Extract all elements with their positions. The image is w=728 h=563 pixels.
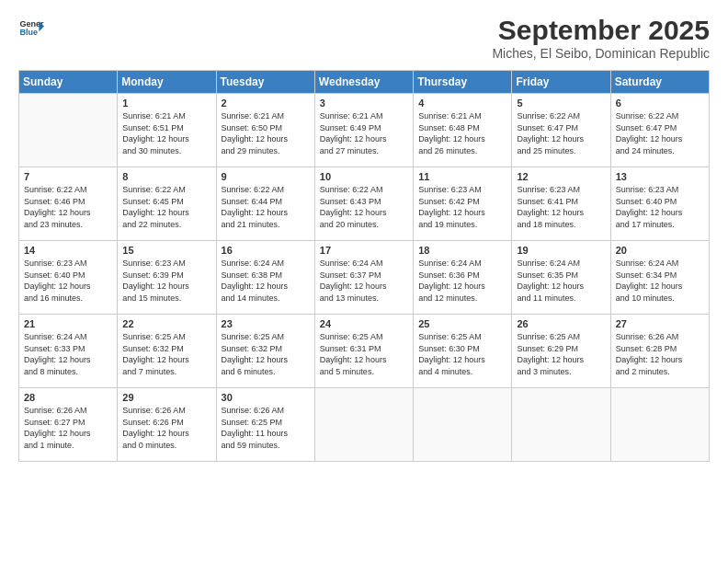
day-info: Sunrise: 6:26 AM Sunset: 6:26 PM Dayligh… (122, 405, 210, 451)
calendar-day-cell: 18Sunrise: 6:24 AM Sunset: 6:36 PM Dayli… (414, 241, 512, 315)
calendar-day-cell: 7Sunrise: 6:22 AM Sunset: 6:46 PM Daylig… (19, 167, 118, 241)
calendar-header-row: SundayMondayTuesdayWednesdayThursdayFrid… (19, 71, 710, 94)
day-info: Sunrise: 6:22 AM Sunset: 6:43 PM Dayligh… (320, 184, 408, 230)
day-info: Sunrise: 6:23 AM Sunset: 6:40 PM Dayligh… (616, 184, 704, 230)
day-number: 9 (222, 171, 310, 182)
day-number: 5 (517, 98, 605, 109)
day-info: Sunrise: 6:24 AM Sunset: 6:35 PM Dayligh… (517, 258, 605, 304)
calendar-day-cell: 30Sunrise: 6:26 AM Sunset: 6:25 PM Dayli… (216, 388, 314, 462)
calendar-day-cell: 25Sunrise: 6:25 AM Sunset: 6:30 PM Dayli… (414, 315, 512, 388)
calendar-day-cell: 19Sunrise: 6:24 AM Sunset: 6:35 PM Dayli… (512, 241, 610, 315)
day-number: 28 (24, 392, 112, 403)
day-info: Sunrise: 6:21 AM Sunset: 6:48 PM Dayligh… (418, 110, 506, 156)
calendar-day-header: Monday (118, 71, 216, 94)
title-area: September 2025 Miches, El Seibo, Dominic… (492, 15, 710, 61)
day-info: Sunrise: 6:26 AM Sunset: 6:27 PM Dayligh… (24, 405, 112, 451)
calendar-day-header: Sunday (19, 71, 118, 94)
calendar-day-cell: 11Sunrise: 6:23 AM Sunset: 6:42 PM Dayli… (414, 167, 512, 241)
day-number: 17 (320, 245, 408, 256)
calendar-day-cell: 5Sunrise: 6:22 AM Sunset: 6:47 PM Daylig… (512, 94, 610, 167)
calendar-week-row: 7Sunrise: 6:22 AM Sunset: 6:46 PM Daylig… (19, 167, 710, 241)
calendar-day-cell: 26Sunrise: 6:25 AM Sunset: 6:29 PM Dayli… (512, 315, 610, 388)
calendar-week-row: 21Sunrise: 6:24 AM Sunset: 6:33 PM Dayli… (19, 315, 710, 388)
day-number: 6 (616, 98, 704, 109)
day-number: 2 (222, 98, 310, 109)
day-number: 16 (222, 245, 310, 256)
day-info: Sunrise: 6:21 AM Sunset: 6:49 PM Dayligh… (320, 110, 408, 156)
calendar-day-cell: 9Sunrise: 6:22 AM Sunset: 6:44 PM Daylig… (216, 167, 314, 241)
day-info: Sunrise: 6:24 AM Sunset: 6:37 PM Dayligh… (320, 258, 408, 304)
month-title: September 2025 (492, 15, 710, 46)
calendar-day-cell: 17Sunrise: 6:24 AM Sunset: 6:37 PM Dayli… (314, 241, 413, 315)
day-info: Sunrise: 6:25 AM Sunset: 6:32 PM Dayligh… (122, 331, 210, 377)
day-info: Sunrise: 6:23 AM Sunset: 6:40 PM Dayligh… (24, 258, 112, 304)
day-info: Sunrise: 6:22 AM Sunset: 6:46 PM Dayligh… (24, 184, 112, 230)
day-info: Sunrise: 6:23 AM Sunset: 6:42 PM Dayligh… (418, 184, 506, 230)
day-number: 12 (517, 171, 605, 182)
calendar-day-header: Wednesday (314, 71, 413, 94)
logo: General Blue (18, 15, 44, 40)
calendar-day-cell: 29Sunrise: 6:26 AM Sunset: 6:26 PM Dayli… (118, 388, 216, 462)
day-number: 15 (122, 245, 210, 256)
day-info: Sunrise: 6:25 AM Sunset: 6:31 PM Dayligh… (320, 331, 408, 377)
calendar-day-cell: 22Sunrise: 6:25 AM Sunset: 6:32 PM Dayli… (118, 315, 216, 388)
day-number: 19 (517, 245, 605, 256)
calendar-day-cell (19, 94, 118, 167)
calendar-day-cell: 1Sunrise: 6:21 AM Sunset: 6:51 PM Daylig… (118, 94, 216, 167)
calendar-week-row: 28Sunrise: 6:26 AM Sunset: 6:27 PM Dayli… (19, 388, 710, 462)
day-info: Sunrise: 6:24 AM Sunset: 6:33 PM Dayligh… (24, 331, 112, 377)
day-number: 30 (222, 392, 310, 403)
calendar-week-row: 1Sunrise: 6:21 AM Sunset: 6:51 PM Daylig… (19, 94, 710, 167)
calendar-day-cell: 6Sunrise: 6:22 AM Sunset: 6:47 PM Daylig… (610, 94, 709, 167)
day-number: 10 (320, 171, 408, 182)
calendar-day-cell: 15Sunrise: 6:23 AM Sunset: 6:39 PM Dayli… (118, 241, 216, 315)
day-number: 3 (320, 98, 408, 109)
day-number: 7 (24, 171, 112, 182)
day-number: 18 (418, 245, 506, 256)
calendar-week-row: 14Sunrise: 6:23 AM Sunset: 6:40 PM Dayli… (19, 241, 710, 315)
calendar-day-cell: 12Sunrise: 6:23 AM Sunset: 6:41 PM Dayli… (512, 167, 610, 241)
calendar-day-cell: 4Sunrise: 6:21 AM Sunset: 6:48 PM Daylig… (414, 94, 512, 167)
day-number: 21 (24, 318, 112, 329)
location-subtitle: Miches, El Seibo, Dominican Republic (492, 46, 710, 61)
day-info: Sunrise: 6:22 AM Sunset: 6:44 PM Dayligh… (222, 184, 310, 230)
day-number: 23 (222, 318, 310, 329)
day-number: 11 (418, 171, 506, 182)
day-info: Sunrise: 6:21 AM Sunset: 6:51 PM Dayligh… (122, 110, 210, 156)
day-info: Sunrise: 6:25 AM Sunset: 6:29 PM Dayligh… (517, 331, 605, 377)
calendar-day-cell: 14Sunrise: 6:23 AM Sunset: 6:40 PM Dayli… (19, 241, 118, 315)
calendar-day-cell: 13Sunrise: 6:23 AM Sunset: 6:40 PM Dayli… (610, 167, 709, 241)
calendar-day-cell: 23Sunrise: 6:25 AM Sunset: 6:32 PM Dayli… (216, 315, 314, 388)
day-info: Sunrise: 6:24 AM Sunset: 6:36 PM Dayligh… (418, 258, 506, 304)
calendar-day-cell: 8Sunrise: 6:22 AM Sunset: 6:45 PM Daylig… (118, 167, 216, 241)
calendar-day-cell (512, 388, 610, 462)
day-info: Sunrise: 6:25 AM Sunset: 6:30 PM Dayligh… (418, 331, 506, 377)
day-number: 13 (616, 171, 704, 182)
day-info: Sunrise: 6:21 AM Sunset: 6:50 PM Dayligh… (222, 110, 310, 156)
day-number: 20 (616, 245, 704, 256)
day-info: Sunrise: 6:23 AM Sunset: 6:41 PM Dayligh… (517, 184, 605, 230)
day-number: 14 (24, 245, 112, 256)
calendar-body: 1Sunrise: 6:21 AM Sunset: 6:51 PM Daylig… (19, 94, 710, 462)
day-info: Sunrise: 6:22 AM Sunset: 6:45 PM Dayligh… (122, 184, 210, 230)
calendar-day-cell: 20Sunrise: 6:24 AM Sunset: 6:34 PM Dayli… (610, 241, 709, 315)
day-number: 29 (122, 392, 210, 403)
day-number: 26 (517, 318, 605, 329)
day-number: 24 (320, 318, 408, 329)
calendar-day-header: Tuesday (216, 71, 314, 94)
calendar-day-cell: 27Sunrise: 6:26 AM Sunset: 6:28 PM Dayli… (610, 315, 709, 388)
day-number: 27 (616, 318, 704, 329)
day-info: Sunrise: 6:22 AM Sunset: 6:47 PM Dayligh… (616, 110, 704, 156)
calendar-day-cell: 21Sunrise: 6:24 AM Sunset: 6:33 PM Dayli… (19, 315, 118, 388)
day-info: Sunrise: 6:23 AM Sunset: 6:39 PM Dayligh… (122, 258, 210, 304)
calendar-day-cell (414, 388, 512, 462)
calendar-day-cell: 10Sunrise: 6:22 AM Sunset: 6:43 PM Dayli… (314, 167, 413, 241)
day-info: Sunrise: 6:26 AM Sunset: 6:25 PM Dayligh… (222, 405, 310, 451)
day-info: Sunrise: 6:26 AM Sunset: 6:28 PM Dayligh… (616, 331, 704, 377)
day-number: 25 (418, 318, 506, 329)
calendar-day-cell: 2Sunrise: 6:21 AM Sunset: 6:50 PM Daylig… (216, 94, 314, 167)
day-info: Sunrise: 6:24 AM Sunset: 6:38 PM Dayligh… (222, 258, 310, 304)
calendar-day-header: Friday (512, 71, 610, 94)
calendar-day-cell: 28Sunrise: 6:26 AM Sunset: 6:27 PM Dayli… (19, 388, 118, 462)
day-info: Sunrise: 6:22 AM Sunset: 6:47 PM Dayligh… (517, 110, 605, 156)
